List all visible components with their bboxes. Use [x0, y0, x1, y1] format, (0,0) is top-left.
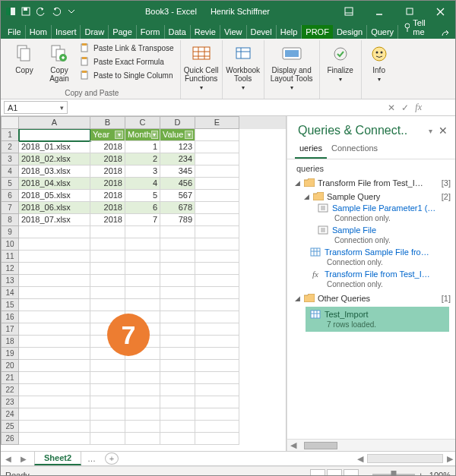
row-header[interactable]: 26 [1, 433, 19, 445]
row-header[interactable]: 1 [1, 129, 19, 141]
hscroll-left[interactable]: ◀ [355, 454, 366, 464]
cell[interactable] [125, 251, 160, 263]
cell[interactable] [160, 238, 195, 251]
row-header[interactable]: 4 [1, 165, 19, 178]
cell[interactable] [195, 323, 239, 336]
row-header[interactable]: 17 [1, 323, 19, 336]
cell[interactable]: 6 [125, 202, 160, 214]
cell[interactable] [90, 433, 125, 445]
cell[interactable] [195, 384, 239, 396]
cell[interactable] [90, 408, 125, 421]
cell[interactable] [125, 433, 160, 445]
ribbon-tab-design[interactable]: Design [333, 25, 367, 39]
share-icon[interactable] [438, 28, 452, 39]
cell[interactable] [195, 348, 239, 360]
ribbon-tab-file[interactable]: File [4, 25, 26, 39]
cell[interactable] [195, 408, 239, 421]
undo-icon[interactable] [36, 6, 46, 17]
cell[interactable]: 345 [160, 165, 195, 178]
row-header[interactable]: 5 [1, 178, 19, 190]
folder-transform-file[interactable]: ◢ Transform File from Test_I…[3] [292, 176, 452, 190]
cell[interactable] [195, 433, 239, 445]
tab-connections[interactable]: Connections [327, 140, 382, 159]
row-header[interactable]: 21 [1, 372, 19, 384]
tell-me[interactable]: Tell me [398, 16, 438, 39]
zoom-slider[interactable]: − + [365, 471, 423, 477]
cell[interactable] [160, 226, 195, 238]
cell[interactable] [125, 263, 160, 275]
cell[interactable]: 2018 [90, 153, 125, 165]
cell[interactable] [195, 165, 239, 178]
cell[interactable] [195, 360, 239, 372]
cell[interactable] [195, 214, 239, 226]
row-header[interactable]: 11 [1, 251, 19, 263]
cell[interactable] [195, 336, 239, 348]
folder-other-queries[interactable]: ◢ Other Queries[1] [292, 292, 452, 305]
ribbon-tab-hom[interactable]: Hom [26, 25, 52, 39]
qat-custom-icon[interactable] [66, 6, 77, 17]
cell[interactable]: 2018 [90, 190, 125, 202]
col-header-A[interactable]: A [19, 116, 90, 129]
sheet-nav-prev[interactable]: ◀ [1, 455, 16, 463]
cell[interactable] [195, 263, 239, 275]
cell[interactable] [195, 275, 239, 287]
cell[interactable] [19, 275, 90, 287]
cell[interactable] [195, 396, 239, 408]
cell[interactable]: 789 [160, 214, 195, 226]
view-page-layout-button[interactable] [327, 469, 342, 477]
ribbon-tab-help[interactable]: Help [277, 25, 302, 39]
cell[interactable] [160, 263, 195, 275]
cell[interactable]: 7 [125, 214, 160, 226]
zoom-in-button[interactable]: + [418, 471, 423, 477]
row-header[interactable]: 8 [1, 214, 19, 226]
cell[interactable] [19, 408, 90, 421]
close-pane-icon[interactable]: ✕ [439, 125, 448, 137]
enter-formula-icon[interactable]: ✓ [401, 102, 409, 113]
quick-cell-functions-button[interactable]: Quick Cell Functions▾ [185, 42, 217, 91]
sheet-tab-active[interactable]: Sheet2 [34, 452, 81, 465]
cell[interactable]: 2018 [90, 178, 125, 190]
query-test-import[interactable]: Test_Import 7 rows loaded. [306, 307, 449, 332]
cell[interactable] [195, 311, 239, 323]
cell[interactable] [19, 396, 90, 408]
row-header[interactable]: 2 [1, 141, 19, 153]
cell[interactable] [195, 299, 239, 311]
view-normal-button[interactable] [310, 469, 325, 477]
cell[interactable] [160, 287, 195, 299]
cell[interactable] [195, 190, 239, 202]
cell[interactable] [90, 360, 125, 372]
cell[interactable] [19, 226, 90, 238]
row-header[interactable]: 9 [1, 226, 19, 238]
cell[interactable] [195, 372, 239, 384]
name-box[interactable]: A1▾ [4, 101, 68, 114]
ribbon-tab-devel[interactable]: Devel [247, 25, 277, 39]
cell[interactable] [195, 129, 239, 141]
cell[interactable] [125, 360, 160, 372]
cell[interactable] [19, 323, 90, 336]
cell[interactable] [160, 348, 195, 360]
row-header[interactable]: 24 [1, 408, 19, 421]
cell[interactable] [90, 372, 125, 384]
cell[interactable] [160, 360, 195, 372]
cell[interactable]: 123 [160, 141, 195, 153]
copy-button[interactable]: Copy [8, 42, 40, 74]
cell[interactable]: 2018 [90, 165, 125, 178]
cell[interactable]: 1 [125, 141, 160, 153]
new-sheet-button[interactable]: + [105, 452, 119, 465]
cell[interactable] [195, 141, 239, 153]
cell[interactable] [125, 421, 160, 433]
cell[interactable] [160, 299, 195, 311]
display-layout-tools-button[interactable]: Display and Layout Tools▾ [269, 42, 315, 91]
cell[interactable] [195, 202, 239, 214]
cell[interactable] [160, 433, 195, 445]
cell[interactable] [90, 299, 125, 311]
cell[interactable]: 2018_07.xlsx [19, 214, 90, 226]
cell[interactable]: 3 [125, 165, 160, 178]
ribbon-tab-query[interactable]: Query [367, 25, 398, 39]
query-sample-file[interactable]: Sample File Connection only. [292, 225, 452, 247]
folder-sample-query[interactable]: ◢ Sample Query[2] [292, 190, 452, 203]
hscroll-track[interactable] [367, 454, 443, 463]
cell[interactable] [19, 348, 90, 360]
col-header-C[interactable]: C [125, 116, 160, 129]
cell[interactable] [19, 311, 90, 323]
